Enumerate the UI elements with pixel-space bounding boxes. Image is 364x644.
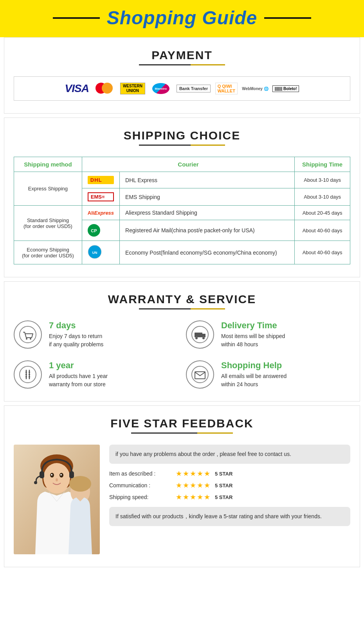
bank-transfer-logo: Bank Transfer	[177, 85, 211, 92]
chinapost-name: Registered Air Mail(china post/e packet-…	[120, 220, 295, 241]
rating-item-communication: Communication : ★★★★★ 5 STAR	[109, 481, 350, 490]
svg-rect-8	[195, 333, 202, 337]
col-time: Shipping Time	[295, 157, 350, 172]
count-communication: 5 STAR	[215, 483, 232, 488]
cart-icon	[14, 320, 42, 349]
help-title: Shopping Help	[221, 360, 287, 371]
dhl-name: DHL Express	[120, 172, 295, 188]
table-row: Economy Shipping(for order under USD5) U…	[14, 241, 350, 264]
shipping-title: SHIPPING CHOICE	[14, 129, 350, 142]
feedback-title: FIVE STAR FEEDBACK	[14, 417, 350, 430]
warranty-title: WARRANTY & SERVICE	[14, 293, 350, 306]
qiwi-logo: Q QIWIWALLET	[214, 83, 238, 94]
warranty-desc: All products have 1 yearwarranty from ou…	[49, 372, 108, 389]
rating-item-shipping: Shipping speed: ★★★★★ 5 STAR	[109, 493, 350, 501]
stars-communication: ★★★★★	[176, 481, 211, 490]
feedback-person-image	[14, 445, 100, 554]
boleto-logo: ||||||| Boleto!	[272, 85, 299, 92]
ali-logo-cell: AliExpress	[82, 206, 119, 220]
svg-point-5	[26, 338, 27, 340]
header-line-left	[53, 17, 100, 19]
ems-time: About 3-10 days	[295, 188, 350, 206]
payment-title: PAYMENT	[14, 49, 350, 62]
rating-item-described: Item as described : ★★★★★ 5 STAR	[109, 469, 350, 478]
warranty-item-delivery: Delivery Time Most items will be shipped…	[186, 320, 350, 349]
warranty-section: WARRANTY & SERVICE 7 days Enjoy 7 days t…	[4, 281, 360, 402]
express-method: Express Shipping	[14, 172, 82, 206]
warranty-item-return: 7 days Enjoy 7 days to returnif any qual…	[14, 320, 178, 349]
dhl-time: About 3-10 days	[295, 172, 350, 188]
table-row: Standard Shipping(for order over USD5) A…	[14, 206, 350, 220]
truck-icon	[186, 320, 214, 349]
economy-time: About 40-60 days	[295, 241, 350, 264]
svg-point-10	[202, 337, 205, 339]
help-desc: All emails will be answeredwithin 24 hou…	[221, 372, 287, 389]
svg-point-27	[43, 463, 70, 493]
feedback-underline	[131, 432, 233, 434]
warranty-underline	[139, 308, 225, 309]
speech-bubble-2: If satisfied with our products，kindly le…	[109, 507, 350, 526]
table-row: Express Shipping DHL DHL Express About 3…	[14, 172, 350, 188]
economy-method: Economy Shipping(for order under USD5)	[14, 241, 82, 264]
rating-label-described: Item as described :	[109, 470, 172, 477]
count-shipping: 5 STAR	[215, 494, 232, 500]
feedback-section: FIVE STAR FEEDBACK	[4, 405, 360, 567]
header-banner: Shopping Guide	[0, 0, 364, 37]
header-line-right	[264, 17, 311, 19]
svg-point-37	[69, 476, 91, 492]
ems-name: EMS Shipping	[120, 188, 295, 206]
payment-section: PAYMENT VISA WESTERNUNION Maestro Bank T…	[4, 37, 360, 114]
webmoney-logo: WebMoney 🌐	[242, 87, 268, 91]
warranty-item-warranty: 1 year All products have 1 yearwarranty …	[14, 360, 178, 389]
svg-point-35	[34, 481, 37, 484]
warranty-item-help: Shopping Help All emails will be answere…	[186, 360, 350, 389]
ali-time: About 20-45 days	[295, 206, 350, 220]
delivery-desc: Most items will be shippedwithin 48 hour…	[221, 332, 285, 349]
count-described: 5 STAR	[215, 471, 232, 477]
svg-rect-34	[69, 471, 74, 478]
shipping-section: SHIPPING CHOICE Shipping method Courier …	[4, 118, 360, 277]
svg-text:CP: CP	[91, 228, 97, 233]
payment-underline	[139, 64, 225, 65]
return-desc: Enjoy 7 days to returnif any quality pro…	[49, 332, 103, 349]
svg-point-6	[30, 338, 31, 340]
svg-point-32	[56, 478, 58, 481]
stars-described: ★★★★★	[176, 469, 211, 478]
stars-shipping: ★★★★★	[176, 493, 211, 501]
maestro-logo: Maestro	[149, 83, 173, 94]
svg-point-4	[20, 326, 36, 343]
shipping-table: Shipping method Courier Shipping Time Ex…	[14, 157, 350, 264]
visa-logo: VISA	[65, 82, 89, 95]
svg-point-20	[192, 366, 208, 383]
chinapost-time: About 40-60 days	[295, 220, 350, 241]
table-header-row: Shipping method Courier Shipping Time	[14, 157, 350, 172]
rating-label-communication: Communication :	[109, 482, 172, 488]
tools-icon	[14, 360, 42, 389]
ali-name: Aliexpress Standard Shipping	[120, 206, 295, 220]
un-logo-cell: UN	[82, 241, 119, 264]
warranty-text-delivery: Delivery Time Most items will be shipped…	[221, 320, 285, 349]
mc-circle-orange	[102, 83, 113, 94]
rating-label-shipping: Shipping speed:	[109, 494, 172, 500]
svg-rect-33	[40, 471, 44, 478]
header-title: Shopping Guide	[107, 7, 258, 29]
economy-name: Economy Post(finland economy/SG economy/…	[120, 241, 295, 264]
delivery-title: Delivery Time	[221, 320, 285, 331]
mail-icon	[186, 360, 214, 389]
warranty-text-help: Shopping Help All emails will be answere…	[221, 360, 287, 389]
shipping-underline	[139, 145, 225, 146]
svg-text:UN: UN	[92, 251, 97, 255]
return-title: 7 days	[49, 320, 103, 331]
warranty-year-title: 1 year	[49, 360, 108, 371]
mastercard-logo	[93, 83, 116, 94]
svg-point-11	[20, 366, 36, 383]
feedback-content: if you have any problems about the order…	[14, 445, 350, 554]
warranty-grid: 7 days Enjoy 7 days to returnif any qual…	[14, 320, 350, 389]
svg-point-9	[195, 337, 198, 339]
standard-method: Standard Shipping(for order over USD5)	[14, 206, 82, 241]
col-courier: Courier	[82, 157, 294, 172]
star-ratings: Item as described : ★★★★★ 5 STAR Communi…	[109, 469, 350, 501]
svg-point-31	[60, 474, 62, 476]
feedback-right: if you have any problems about the order…	[109, 445, 350, 526]
dhl-logo-cell: DHL	[82, 172, 119, 188]
